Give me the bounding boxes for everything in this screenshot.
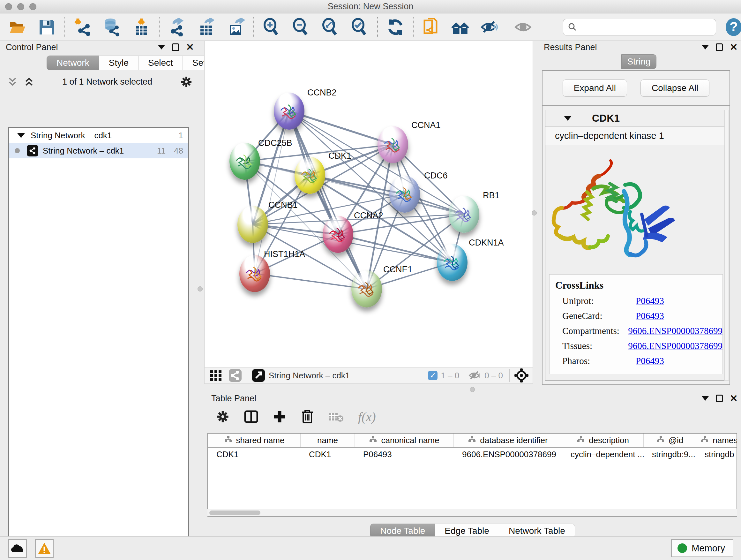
results-panel-close-icon[interactable]: ✕ (730, 43, 738, 52)
network-row[interactable]: String Network – cdk1 11 48 (9, 143, 188, 159)
search-input[interactable] (577, 22, 711, 32)
expand-all-icon[interactable] (23, 76, 35, 87)
network-node-CCNB2[interactable] (274, 92, 305, 130)
table-cell[interactable]: CDK1 (208, 448, 300, 461)
results-scrollbar[interactable] (724, 110, 729, 381)
network-options-gear-icon[interactable] (180, 75, 193, 88)
protein-card-header[interactable]: CDK1 (545, 110, 727, 127)
tab-select[interactable]: Select (138, 56, 183, 70)
network-node-CCNE1[interactable] (351, 270, 382, 307)
collapse-all-button[interactable]: Collapse All (641, 79, 710, 97)
memory-button[interactable]: Memory (671, 539, 733, 557)
network-node-CCNA1[interactable] (378, 126, 408, 163)
show-all-networks-button[interactable] (451, 18, 470, 37)
selection-checkbox-icon[interactable]: ✓ (428, 371, 437, 380)
results-panel-float-icon[interactable] (716, 44, 723, 51)
save-session-button[interactable] (38, 18, 56, 37)
network-edges[interactable] (205, 41, 533, 367)
column-header-database-identifier[interactable]: database identifier (454, 434, 562, 447)
hidden-counts[interactable]: 0 – 0 (468, 370, 503, 381)
network-node-CDC6[interactable] (389, 176, 420, 212)
network-canvas[interactable]: CCNB2CCNA1CDC25BCDK1CDC6RB1CCNB1CCNA2CDK… (204, 41, 533, 367)
table-cell[interactable]: P06493 (355, 448, 454, 461)
tab-style[interactable]: Style (99, 56, 138, 70)
network-node-CCNB1[interactable] (238, 206, 268, 243)
node-table[interactable]: shared namenamecanonical namedatabase id… (207, 433, 737, 516)
crosslink-link[interactable]: P06493 (636, 356, 664, 366)
column-header-description[interactable]: description (562, 434, 644, 447)
delete-column-icon[interactable] (300, 409, 314, 424)
tab-string[interactable]: String (621, 54, 657, 69)
network-node-RB1[interactable] (449, 196, 479, 233)
warnings-button[interactable] (35, 539, 54, 558)
collapse-all-icon[interactable] (7, 76, 18, 87)
column-header-shared-name[interactable]: shared name (208, 434, 300, 447)
results-panel-menu-icon[interactable] (702, 45, 709, 50)
expand-all-button[interactable]: Expand All (562, 79, 627, 97)
show-columns-icon[interactable] (244, 409, 259, 424)
network-node-CDC25B[interactable] (229, 143, 260, 180)
detach-view-icon[interactable] (252, 368, 266, 382)
network-node-HIST1H1A[interactable] (239, 255, 270, 292)
table-cell[interactable]: stringdb (696, 448, 737, 461)
bottom-splitter-handle[interactable] (470, 387, 475, 392)
column-header-namespace[interactable]: namespace (696, 434, 737, 447)
crosslink-link[interactable]: 9606.ENSP00000378699 (628, 326, 723, 336)
network-edge[interactable] (255, 273, 367, 289)
table-cell[interactable]: CDK1 (300, 448, 355, 461)
protein-collapse-caret[interactable] (564, 116, 571, 121)
left-splitter-handle[interactable] (198, 287, 203, 292)
table-cell[interactable]: stringdb:9... (644, 448, 696, 461)
crosslink-link[interactable]: P06493 (636, 296, 664, 306)
search-field[interactable] (563, 19, 716, 36)
control-panel-menu-icon[interactable] (158, 45, 165, 50)
export-image-button[interactable] (226, 18, 245, 37)
selected-counts[interactable]: ✓ 1 – 0 (428, 371, 459, 381)
network-node-CCNA2[interactable] (323, 216, 353, 253)
birdseye-view-icon[interactable] (514, 368, 529, 383)
table-cell[interactable]: 9606.ENSP00000378699 (454, 448, 562, 461)
table-panel-float-icon[interactable] (716, 395, 723, 402)
network-collection-row[interactable]: String Network – cdk1 1 (9, 128, 188, 143)
zoom-in-button[interactable] (262, 18, 281, 37)
control-panel-close-icon[interactable]: ✕ (186, 43, 194, 52)
open-session-button[interactable] (8, 18, 27, 37)
import-network-button[interactable] (73, 18, 92, 37)
hide-selected-button[interactable] (481, 18, 499, 37)
copy-network-button[interactable] (422, 18, 441, 37)
table-scrollbar-thumb[interactable] (209, 510, 260, 515)
import-table-button[interactable] (132, 18, 151, 37)
zoom-fit-button[interactable] (321, 18, 340, 37)
cloud-status-button[interactable] (8, 539, 27, 558)
zoom-out-button[interactable] (292, 18, 310, 37)
right-splitter-handle[interactable] (532, 210, 537, 215)
column-header-name[interactable]: name (300, 434, 355, 447)
export-network-button[interactable] (168, 18, 186, 37)
column-header-canonical-name[interactable]: canonical name (355, 434, 454, 447)
show-hidden-button[interactable] (514, 18, 532, 37)
tree-expand-caret[interactable] (17, 133, 25, 138)
export-table-button[interactable] (197, 18, 216, 37)
tab-network[interactable]: Network (47, 56, 99, 70)
table-horizontal-scrollbar[interactable] (207, 509, 737, 516)
network-edge[interactable] (289, 111, 393, 145)
help-button[interactable]: ? (725, 18, 741, 37)
table-row[interactable]: CDK1CDK1P064939606.ENSP00000378699cyclin… (208, 448, 737, 461)
control-panel-float-icon[interactable] (172, 44, 179, 51)
network-node-CDK1[interactable] (294, 157, 325, 194)
add-column-icon[interactable] (273, 410, 286, 424)
zoom-selected-button[interactable] (350, 18, 369, 37)
grid-view-icon[interactable] (209, 369, 223, 382)
column-header--id[interactable]: @id (644, 434, 696, 447)
refresh-button[interactable] (386, 18, 405, 37)
table-panel-close-icon[interactable]: ✕ (730, 394, 738, 403)
table-options-gear-icon[interactable] (216, 410, 230, 424)
network-node-CDKN1A[interactable] (437, 244, 468, 281)
table-cell[interactable]: cyclin–dependent ... (562, 448, 644, 461)
crosslink-link[interactable]: P06493 (636, 311, 664, 321)
table-panel-menu-icon[interactable] (702, 396, 709, 401)
network-view-icon[interactable] (228, 368, 242, 382)
import-network-from-database-button[interactable] (103, 18, 121, 37)
crosslink-link[interactable]: 9606.ENSP00000378699 (628, 341, 723, 351)
network-edge[interactable] (289, 111, 367, 289)
